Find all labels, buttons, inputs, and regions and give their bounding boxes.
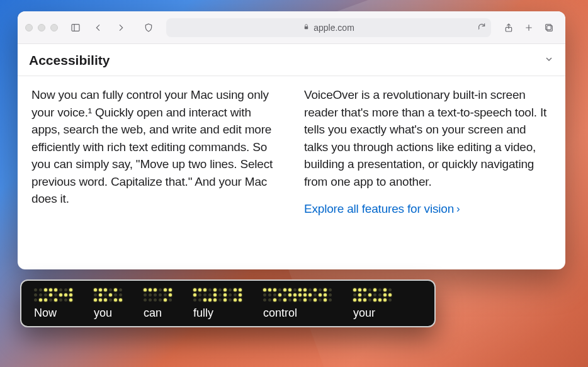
minimize-window-button[interactable] (38, 24, 45, 31)
voiceover-paragraph: VoiceOver is a revolutionary built-in sc… (304, 88, 546, 188)
address-bar-domain: apple.com (314, 23, 354, 33)
svg-rect-7 (546, 24, 551, 30)
sidebar-toggle-button[interactable] (67, 20, 84, 36)
braille-word: you (94, 288, 122, 320)
content-column-right: VoiceOver is a revolutionary built-in sc… (304, 86, 551, 257)
braille-word: control (263, 288, 332, 320)
tab-overview-button[interactable] (540, 20, 558, 36)
braille-word-label: you (94, 307, 112, 320)
address-bar[interactable]: apple.com (166, 18, 491, 37)
braille-word: fully (193, 288, 242, 320)
voice-control-paragraph: Now you can fully control your Mac using… (31, 88, 273, 205)
zoom-window-button[interactable] (50, 24, 58, 31)
explore-vision-link[interactable]: Explore all features for vision › (304, 200, 460, 218)
braille-word: can (144, 288, 172, 320)
reload-button[interactable] (477, 22, 486, 33)
section-title: Accessibility (29, 53, 110, 68)
braille-word: Now (34, 288, 72, 320)
privacy-report-button[interactable] (140, 20, 157, 36)
share-button[interactable] (500, 20, 517, 36)
page-section-header: Accessibility (18, 44, 565, 76)
braille-word-label: Now (34, 307, 57, 320)
chevron-right-icon: › (456, 201, 460, 217)
braille-panel: Nowyoucanfullycontrolyour (20, 279, 436, 327)
explore-vision-link-text: Explore all features for vision (304, 200, 454, 218)
page-content: Now you can fully control your Mac using… (18, 76, 565, 269)
window-controls (25, 24, 58, 31)
chevron-down-icon[interactable] (544, 54, 554, 67)
braille-word-label: control (263, 307, 297, 320)
safari-window: apple.com Accessibility Now you can full… (18, 11, 565, 269)
back-button[interactable] (89, 20, 107, 36)
forward-button[interactable] (112, 20, 130, 36)
browser-toolbar: apple.com (18, 11, 565, 44)
close-window-button[interactable] (25, 24, 33, 31)
svg-rect-2 (305, 26, 308, 29)
braille-word-label: your (353, 307, 375, 320)
braille-word: your (353, 288, 392, 320)
new-tab-button[interactable] (520, 20, 538, 36)
lock-icon (303, 23, 310, 33)
braille-row: Nowyoucanfullycontrolyour (34, 288, 422, 320)
content-column-left: Now you can fully control your Mac using… (31, 86, 279, 257)
braille-word-label: can (144, 307, 162, 320)
svg-rect-6 (547, 25, 553, 31)
svg-rect-0 (72, 24, 79, 31)
braille-word-label: fully (193, 307, 213, 320)
